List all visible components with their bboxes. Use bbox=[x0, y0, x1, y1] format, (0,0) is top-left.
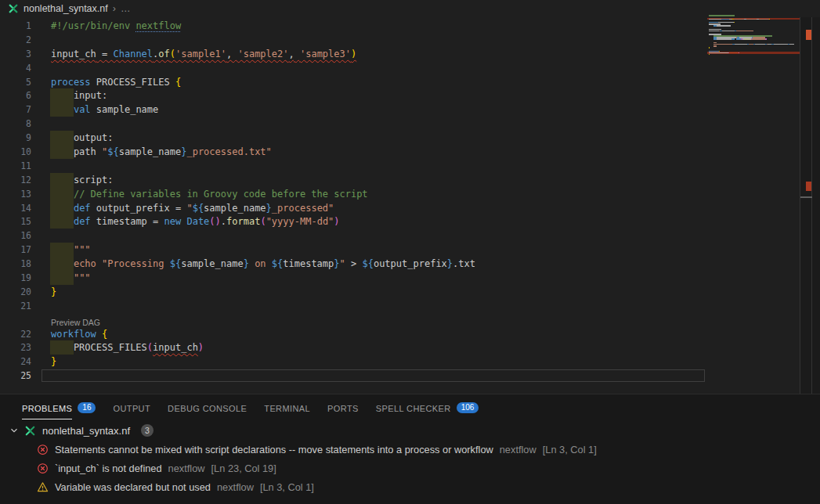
problems-file-group[interactable]: nonlethal_syntax.nf 3 bbox=[0, 421, 820, 440]
code-line[interactable]: 22workflow { bbox=[0, 327, 811, 341]
line-number[interactable]: 12 bbox=[0, 175, 31, 185]
panel-tab-debug-console[interactable]: DEBUG CONSOLE bbox=[159, 394, 255, 421]
line-number[interactable]: 18 bbox=[0, 258, 31, 269]
code-line[interactable]: 21 bbox=[0, 299, 811, 313]
panel-tab-output[interactable]: OUTPUT bbox=[104, 394, 159, 421]
line-number[interactable]: 21 bbox=[0, 301, 31, 311]
problem-location: [Ln 3, Col 1] bbox=[543, 444, 597, 455]
code-token: ) bbox=[351, 49, 356, 59]
line-number[interactable]: 11 bbox=[0, 160, 31, 171]
line-number[interactable]: 9 bbox=[0, 132, 31, 143]
line-number[interactable]: 13 bbox=[0, 189, 31, 200]
panel-tab-problems[interactable]: PROBLEMS16 bbox=[13, 394, 104, 421]
problems-count-badge: 3 bbox=[141, 424, 154, 437]
code-token: input: bbox=[51, 90, 107, 101]
code-editor[interactable]: 1#!/usr/bin/env nextflow23input_ch = Cha… bbox=[0, 17, 811, 394]
code-line[interactable]: 12 script: bbox=[0, 173, 811, 187]
line-number[interactable]: 20 bbox=[0, 286, 31, 297]
code-line[interactable]: 5process PROCESS_FILES { bbox=[0, 75, 811, 89]
code-text: path "${sample_name}_processed.txt" bbox=[51, 146, 272, 157]
line-number[interactable]: 16 bbox=[0, 230, 31, 241]
code-line[interactable]: 9 output: bbox=[0, 131, 811, 145]
code-line[interactable]: 7 val sample_name bbox=[0, 103, 811, 117]
panel-tab-spell-checker[interactable]: SPELL CHECKER106 bbox=[367, 394, 488, 421]
line-number[interactable]: 6 bbox=[0, 90, 31, 101]
line-number[interactable]: 10 bbox=[0, 146, 31, 157]
breadcrumb-filename[interactable]: nonlethal_syntax.nf bbox=[23, 3, 108, 14]
problem-item[interactable]: Variable was declared but not usednextfl… bbox=[0, 477, 820, 496]
code-line[interactable]: 17 """ bbox=[0, 243, 811, 257]
code-line[interactable]: 18 echo "Processing ${sample_name} on ${… bbox=[0, 257, 811, 271]
problem-message: Statements cannot be mixed with script d… bbox=[55, 444, 493, 455]
scrollbar-slider-edge[interactable] bbox=[800, 196, 812, 198]
line-number[interactable]: 7 bbox=[0, 104, 31, 115]
code-text: val sample_name bbox=[51, 104, 158, 115]
code-line[interactable]: 10 path "${sample_name}_processed.txt" bbox=[0, 145, 811, 159]
line-number[interactable]: 5 bbox=[0, 77, 31, 88]
line-number[interactable]: 15 bbox=[0, 216, 31, 227]
problem-item[interactable]: `input_ch` is not definednextflow[Ln 23,… bbox=[0, 459, 820, 477]
code-token: 'sample2' bbox=[237, 49, 288, 59]
line-number[interactable]: 22 bbox=[0, 329, 31, 340]
problems-list: nonlethal_syntax.nf 3 Statements cannot … bbox=[0, 421, 820, 496]
code-line[interactable]: 25 bbox=[0, 369, 811, 383]
panel-tab-bar: PROBLEMS16OUTPUTDEBUG CONSOLETERMINALPOR… bbox=[0, 394, 820, 421]
line-number[interactable]: 19 bbox=[0, 272, 31, 283]
code-token: ( bbox=[209, 216, 215, 227]
code-line[interactable]: 14 def output_prefix = "${sample_name}_p… bbox=[0, 201, 811, 215]
code-token: input_ch bbox=[51, 49, 96, 59]
code-line[interactable]: 4 bbox=[0, 61, 811, 75]
code-token bbox=[51, 104, 74, 115]
code-token: " bbox=[340, 258, 345, 269]
code-line[interactable]: 1#!/usr/bin/env nextflow bbox=[0, 19, 811, 33]
code-token: ${ bbox=[362, 258, 373, 269]
line-number[interactable]: 2 bbox=[0, 34, 31, 45]
nextflow-file-icon bbox=[8, 3, 19, 14]
code-token: output_prefix bbox=[374, 258, 447, 269]
code-token: #!/usr/bin/env bbox=[51, 20, 135, 31]
code-line[interactable]: 19 """ bbox=[0, 271, 811, 285]
code-line[interactable]: 15 def timestamp = new Date().format("yy… bbox=[0, 214, 811, 229]
panel-tab-terminal[interactable]: TERMINAL bbox=[255, 394, 319, 421]
chevron-down-icon[interactable] bbox=[9, 425, 20, 436]
code-line[interactable]: 2 bbox=[0, 33, 811, 47]
code-line[interactable]: 8 bbox=[0, 117, 811, 131]
line-number[interactable]: 17 bbox=[0, 244, 31, 255]
code-text: output: bbox=[51, 132, 113, 143]
code-line[interactable]: 6 input: bbox=[0, 88, 811, 103]
line-number[interactable]: 4 bbox=[0, 63, 31, 74]
code-token: nextflow bbox=[135, 20, 181, 31]
code-line[interactable]: 24} bbox=[0, 355, 811, 369]
breadcrumb-more[interactable]: … bbox=[121, 3, 131, 14]
line-number[interactable]: 23 bbox=[0, 342, 31, 353]
tab-label: PORTS bbox=[327, 397, 359, 419]
line-number[interactable]: 1 bbox=[0, 20, 31, 31]
code-text: workflow { bbox=[51, 329, 107, 340]
code-line[interactable]: 11 bbox=[0, 159, 811, 173]
code-token: ) bbox=[334, 216, 339, 227]
minimap[interactable] bbox=[707, 15, 800, 57]
scrollbar-overview-ruler[interactable] bbox=[800, 17, 820, 394]
code-line[interactable]: 3input_ch = Channel.of('sample1', 'sampl… bbox=[0, 47, 811, 61]
code-token: } bbox=[244, 258, 249, 269]
code-token bbox=[51, 216, 74, 227]
line-number[interactable]: 14 bbox=[0, 203, 31, 214]
code-token: sample_name bbox=[204, 203, 266, 214]
code-token: { bbox=[102, 329, 107, 340]
line-number[interactable]: 3 bbox=[0, 49, 31, 59]
code-line[interactable]: 13 // Define variables in Groovy code be… bbox=[0, 187, 811, 201]
line-number[interactable]: 24 bbox=[0, 356, 31, 367]
code-line[interactable]: 16 bbox=[0, 229, 811, 243]
code-line[interactable]: 20} bbox=[0, 285, 811, 299]
code-token: script: bbox=[51, 175, 113, 185]
code-text: } bbox=[51, 356, 56, 367]
code-token: sample_name bbox=[119, 146, 181, 157]
problem-item[interactable]: Statements cannot be mixed with script d… bbox=[0, 440, 820, 459]
code-token: output: bbox=[51, 132, 113, 143]
breadcrumb[interactable]: nonlethal_syntax.nf › … bbox=[0, 0, 820, 17]
line-number[interactable]: 8 bbox=[0, 118, 31, 129]
codelens-preview-dag[interactable]: Preview DAG bbox=[51, 318, 100, 327]
code-line[interactable]: 23 PROCESS_FILES(input_ch) bbox=[0, 340, 811, 355]
line-number[interactable]: 25 bbox=[0, 370, 31, 381]
panel-tab-ports[interactable]: PORTS bbox=[319, 394, 367, 421]
